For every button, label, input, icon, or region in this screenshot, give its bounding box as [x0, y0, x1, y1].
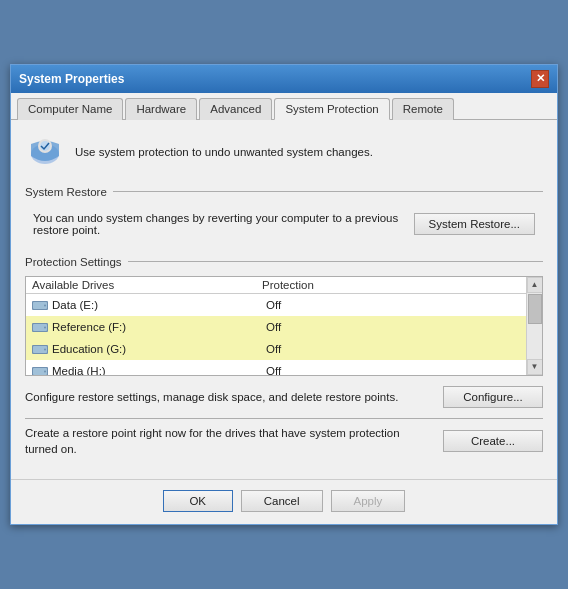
table-row[interactable]: Media (H:) Off — [26, 360, 526, 375]
col-protection: Protection — [262, 279, 520, 291]
tab-remote[interactable]: Remote — [392, 98, 454, 120]
cancel-button[interactable]: Cancel — [241, 490, 323, 512]
drives-table-wrap: Available Drives Protection Data (E:) Of… — [25, 276, 543, 376]
scroll-up-arrow[interactable]: ▲ — [527, 277, 543, 293]
window-title: System Properties — [19, 72, 124, 86]
scroll-thumb[interactable] — [528, 294, 542, 324]
configure-button[interactable]: Configure... — [443, 386, 543, 408]
table-row[interactable]: Education (G:) Off — [26, 338, 526, 360]
scrollbar[interactable]: ▲ ▼ — [526, 277, 542, 375]
svg-point-14 — [44, 370, 46, 372]
col-available-drives: Available Drives — [32, 279, 262, 291]
restore-row: You can undo system changes by reverting… — [25, 206, 543, 242]
shield-icon — [25, 132, 65, 172]
create-text: Create a restore point right now for the… — [25, 425, 433, 457]
restore-description: You can undo system changes by reverting… — [33, 212, 404, 236]
drive-icon — [32, 321, 48, 333]
tab-system-protection[interactable]: System Protection — [274, 98, 389, 120]
tab-computer-name[interactable]: Computer Name — [17, 98, 123, 120]
drive-icon — [32, 365, 48, 375]
drive-icon — [32, 343, 48, 355]
drives-table: Available Drives Protection Data (E:) Of… — [26, 277, 526, 375]
title-bar: System Properties ✕ — [11, 65, 557, 93]
drive-status: Off — [266, 365, 520, 375]
tabs-bar: Computer Name Hardware Advanced System P… — [11, 93, 557, 120]
drive-status: Off — [266, 343, 520, 355]
drive-status: Off — [266, 321, 520, 333]
header-text: Use system protection to undo unwanted s… — [75, 144, 373, 160]
ok-button[interactable]: OK — [163, 490, 233, 512]
drive-status: Off — [266, 299, 520, 311]
separator — [25, 418, 543, 419]
configure-row: Configure restore settings, manage disk … — [25, 386, 543, 408]
protection-settings-section: Protection Settings Available Drives Pro… — [25, 256, 543, 457]
table-row[interactable]: Reference (F:) Off — [26, 316, 526, 338]
system-properties-window: System Properties ✕ Computer Name Hardwa… — [10, 64, 558, 525]
svg-point-11 — [44, 348, 46, 350]
create-row: Create a restore point right now for the… — [25, 425, 543, 457]
svg-point-8 — [44, 326, 46, 328]
scroll-track[interactable] — [527, 293, 542, 359]
footer: OK Cancel Apply — [11, 479, 557, 524]
drive-name: Education (G:) — [52, 343, 266, 355]
drive-name: Reference (F:) — [52, 321, 266, 333]
scroll-down-arrow[interactable]: ▼ — [527, 359, 543, 375]
protection-settings-label: Protection Settings — [25, 256, 543, 268]
create-button[interactable]: Create... — [443, 430, 543, 452]
table-row[interactable]: Data (E:) Off — [26, 294, 526, 316]
drive-name: Data (E:) — [52, 299, 266, 311]
apply-button[interactable]: Apply — [331, 490, 406, 512]
drive-icon — [32, 299, 48, 311]
svg-point-5 — [44, 304, 46, 306]
close-button[interactable]: ✕ — [531, 70, 549, 88]
system-restore-section: System Restore You can undo system chang… — [25, 186, 543, 242]
drive-name: Media (H:) — [52, 365, 266, 375]
tab-advanced[interactable]: Advanced — [199, 98, 272, 120]
system-restore-button[interactable]: System Restore... — [414, 213, 535, 235]
main-content: Use system protection to undo unwanted s… — [11, 120, 557, 479]
drives-table-header: Available Drives Protection — [26, 277, 526, 294]
tab-hardware[interactable]: Hardware — [125, 98, 197, 120]
configure-text: Configure restore settings, manage disk … — [25, 389, 433, 405]
header-row: Use system protection to undo unwanted s… — [25, 132, 543, 172]
system-restore-label: System Restore — [25, 186, 543, 198]
